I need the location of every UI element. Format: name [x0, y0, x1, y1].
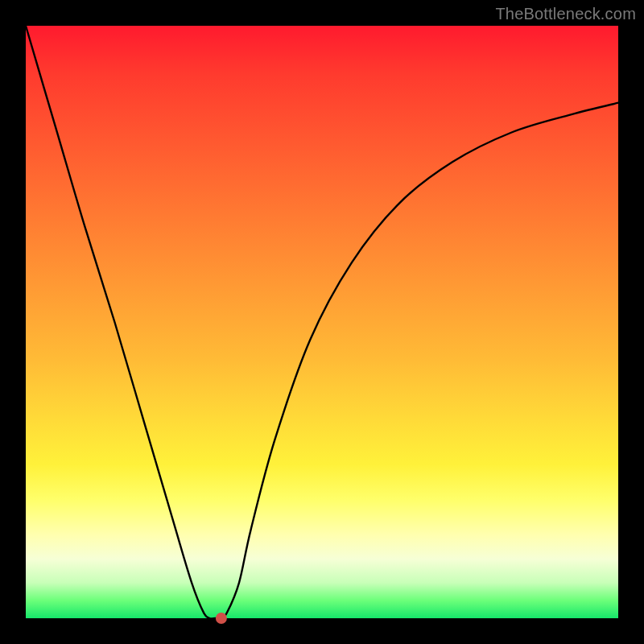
watermark-text: TheBottleneck.com: [495, 5, 636, 23]
curve-svg: [26, 26, 618, 618]
chart-frame: TheBottleneck.com: [0, 0, 644, 644]
bottleneck-curve-path: [26, 26, 618, 619]
plot-area: [26, 26, 618, 618]
minimum-marker: [216, 613, 227, 624]
